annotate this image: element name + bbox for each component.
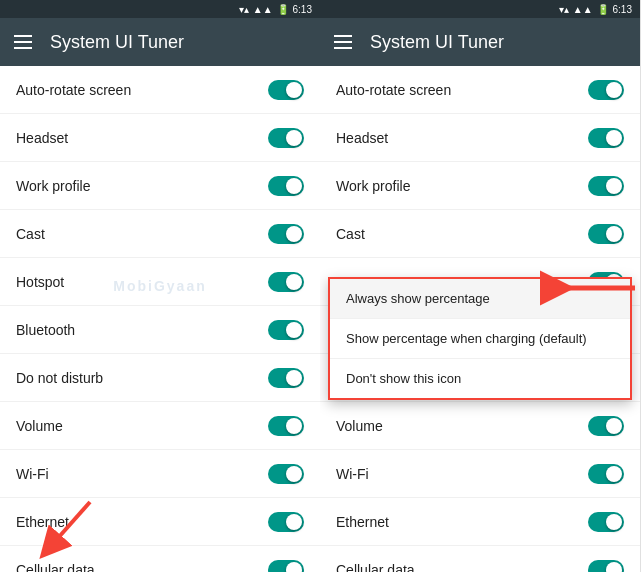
item-label-right-8: Wi-Fi [336,466,369,482]
status-battery-icon: 🔋 [277,4,289,15]
item-label-left-1: Headset [16,130,68,146]
toolbar-left: System UI Tuner [0,18,320,66]
toggle-right-3[interactable] [588,224,624,244]
settings-item-left-6[interactable]: Do not disturb [0,354,320,402]
toggle-left-10[interactable] [268,560,304,573]
dropdown-option-charging[interactable]: Show percentage when charging (default) [330,319,630,359]
item-label-right-3: Cast [336,226,365,242]
item-label-right-10: Cellular data [336,562,415,573]
settings-item-left-5[interactable]: Bluetooth [0,306,320,354]
toggle-left-7[interactable] [268,416,304,436]
settings-item-left-7[interactable]: Volume [0,402,320,450]
item-label-left-10: Cellular data [16,562,95,573]
settings-item-left-0[interactable]: Auto-rotate screen [0,66,320,114]
toggle-right-0[interactable] [588,80,624,100]
settings-item-right-0[interactable]: Auto-rotate screen [320,66,640,114]
toggle-left-4[interactable] [268,272,304,292]
toggle-right-10[interactable] [588,560,624,573]
settings-item-right-3[interactable]: Cast [320,210,640,258]
item-label-right-2: Work profile [336,178,410,194]
item-label-left-5: Bluetooth [16,322,75,338]
menu-icon-right[interactable] [334,35,352,49]
toolbar-title-left: System UI Tuner [50,32,306,53]
settings-item-left-8[interactable]: Wi-Fi [0,450,320,498]
panel-right: ▾▴ ▲▲ 🔋 6:13 System UI Tuner Auto-rotate… [320,0,640,572]
item-label-left-7: Volume [16,418,63,434]
settings-item-right-10[interactable]: Cellular data [320,546,640,572]
panel-left: ▾▴ ▲▲ 🔋 6:13 System UI Tuner Auto-rotate… [0,0,320,572]
toolbar-title-right: System UI Tuner [370,32,626,53]
settings-item-right-1[interactable]: Headset [320,114,640,162]
toggle-right-2[interactable] [588,176,624,196]
settings-item-left-2[interactable]: Work profile [0,162,320,210]
toggle-right-8[interactable] [588,464,624,484]
toolbar-right: System UI Tuner [320,18,640,66]
status-time-left: 6:13 [293,4,312,15]
toggle-left-2[interactable] [268,176,304,196]
item-label-right-7: Volume [336,418,383,434]
item-label-left-6: Do not disturb [16,370,103,386]
status-battery-icon-r: 🔋 [597,4,609,15]
item-label-left-2: Work profile [16,178,90,194]
item-label-left-4: Hotspot [16,274,64,290]
status-signal-icon: ▲▲ [253,4,273,15]
settings-item-right-2[interactable]: Work profile [320,162,640,210]
item-label-right-0: Auto-rotate screen [336,82,451,98]
status-wifi-icon-r: ▾▴ [559,4,569,15]
settings-item-right-9[interactable]: Ethernet [320,498,640,546]
status-bar-right: ▾▴ ▲▲ 🔋 6:13 [320,0,640,18]
item-label-left-3: Cast [16,226,45,242]
item-label-right-1: Headset [336,130,388,146]
toggle-left-6[interactable] [268,368,304,388]
settings-item-right-7[interactable]: Volume [320,402,640,450]
status-signal-icon-r: ▲▲ [573,4,593,15]
settings-item-left-1[interactable]: Headset [0,114,320,162]
status-bar-left: ▾▴ ▲▲ 🔋 6:13 [0,0,320,18]
settings-item-right-8[interactable]: Wi-Fi [320,450,640,498]
svg-line-0 [50,502,90,547]
toggle-right-9[interactable] [588,512,624,532]
toggle-left-8[interactable] [268,464,304,484]
settings-item-left-3[interactable]: Cast [0,210,320,258]
toggle-right-7[interactable] [588,416,624,436]
toggle-left-5[interactable] [268,320,304,340]
toggle-right-1[interactable] [588,128,624,148]
item-label-right-9: Ethernet [336,514,389,530]
menu-icon-left[interactable] [14,35,32,49]
toggle-left-9[interactable] [268,512,304,532]
toggle-left-0[interactable] [268,80,304,100]
status-wifi-icon: ▾▴ [239,4,249,15]
settings-item-left-4[interactable]: Hotspot [0,258,320,306]
arrow-dropdown-right [540,268,640,308]
arrow-battery-left [30,492,110,562]
item-label-left-8: Wi-Fi [16,466,49,482]
toggle-left-1[interactable] [268,128,304,148]
status-time-right: 6:13 [613,4,632,15]
toggle-left-3[interactable] [268,224,304,244]
item-label-left-0: Auto-rotate screen [16,82,131,98]
dropdown-option-dont-show[interactable]: Don't show this icon [330,359,630,398]
